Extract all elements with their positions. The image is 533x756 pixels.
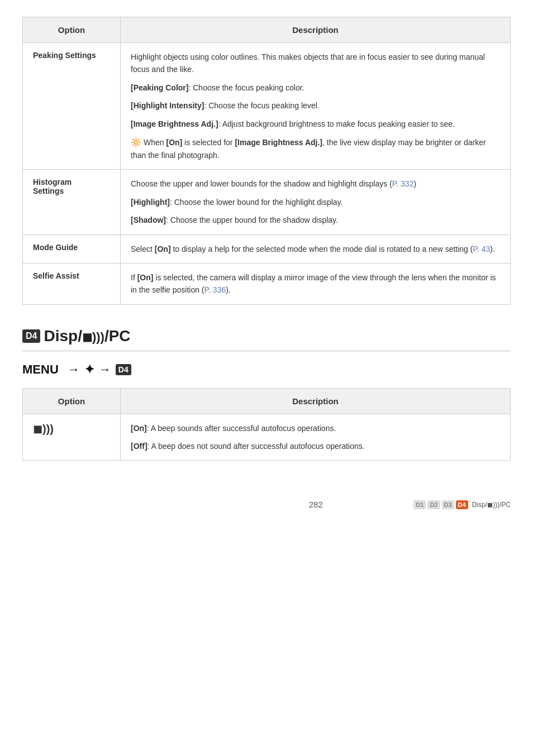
- histogram-desc-1: Choose the upper and lower bounds for th…: [131, 178, 500, 190]
- table-row: ◼))) [On]: A beep sounds after successfu…: [23, 414, 511, 461]
- peaking-settings-option: Peaking Settings: [23, 43, 121, 170]
- gear-icon: ✦: [84, 362, 94, 377]
- beep-desc-off: [Off]: A beep does not sound after succe…: [131, 440, 500, 452]
- peaking-settings-desc: Highlight objects using color outlines. …: [121, 43, 511, 170]
- arrow-icon-1: →: [68, 362, 80, 377]
- table1-option-header: Option: [23, 17, 121, 43]
- section-divider: [22, 351, 511, 351]
- arrow-icon-2: →: [99, 362, 111, 377]
- peaking-desc-4: [Image Brightness Adj.]: Adjust backgrou…: [131, 118, 500, 130]
- beep-desc-on: [On]: A beep sounds after successful aut…: [131, 422, 500, 434]
- histogram-settings-desc: Choose the upper and lower bounds for th…: [121, 170, 511, 235]
- selfie-assist-desc-1: If [On] is selected, the camera will dis…: [131, 271, 500, 296]
- menu-label: MENU: [22, 362, 59, 377]
- table-row: Mode Guide Select [On] to display a help…: [23, 235, 511, 263]
- histogram-settings-option: HistogramSettings: [23, 170, 121, 235]
- footer-page-number: 282: [218, 500, 413, 509]
- footer-badge-d4: D4: [456, 500, 468, 509]
- table2-description-header: Description: [121, 388, 511, 414]
- footer-badge-d3: D3: [442, 500, 454, 509]
- peaking-desc-1: Highlight objects using color outlines. …: [131, 51, 500, 76]
- table1-description-header: Description: [121, 17, 511, 43]
- histogram-desc-3: [Shadow]: Choose the upper bound for the…: [131, 214, 500, 226]
- table2-option-header: Option: [23, 388, 121, 414]
- beep-option: ◼))): [23, 414, 121, 461]
- table-row: HistogramSettings Choose the upper and l…: [23, 170, 511, 235]
- menu-navigation-line: MENU → ✦ → D4: [22, 362, 511, 377]
- d4-badge-menu: D4: [116, 364, 131, 375]
- peaking-desc-5: 🔆When [On] is selected for [Image Bright…: [131, 136, 500, 161]
- mode-guide-link-p43: P. 43: [473, 245, 490, 253]
- section2-heading: D4 Disp/◼)))/PC: [22, 327, 511, 345]
- table-peaking-settings: Option Description Peaking Settings High…: [22, 17, 511, 305]
- histogram-link-p332: P. 332: [392, 179, 414, 188]
- table-row: Peaking Settings Highlight objects using…: [23, 43, 511, 170]
- footer-badges: D1 D2 D3 D4 Disp/◼)))/PC: [413, 500, 511, 509]
- mode-guide-option: Mode Guide: [23, 235, 121, 263]
- histogram-desc-2: [Highlight]: Choose the lower bound for …: [131, 196, 500, 208]
- selfie-assist-desc: If [On] is selected, the camera will dis…: [121, 263, 511, 304]
- beep-desc: [On]: A beep sounds after successful aut…: [121, 414, 511, 461]
- selfie-assist-option: Selfie Assist: [23, 263, 121, 304]
- table2-disp-pc: Option Description ◼))) [On]: A beep sou…: [22, 388, 511, 461]
- peaking-desc-2: [Peaking Color]: Choose the focus peakin…: [131, 82, 500, 94]
- footer-badge-d1: D1: [413, 500, 426, 509]
- footer-badge-d2: D2: [427, 500, 440, 509]
- peaking-desc-3: [Highlight Intensity]: Choose the focus …: [131, 99, 500, 112]
- footer: 282 D1 D2 D3 D4 Disp/◼)))/PC: [22, 494, 511, 509]
- mode-guide-desc-1: Select [On] to display a help for the se…: [131, 243, 500, 255]
- footer-suffix: Disp/◼)))/PC: [472, 501, 511, 509]
- table-row: Selfie Assist If [On] is selected, the c…: [23, 263, 511, 304]
- selfie-link-p336: P. 336: [204, 285, 226, 294]
- d4-badge-heading: D4: [22, 329, 40, 343]
- section2-title: Disp/◼)))/PC: [44, 327, 130, 345]
- mode-guide-desc: Select [On] to display a help for the se…: [121, 235, 511, 263]
